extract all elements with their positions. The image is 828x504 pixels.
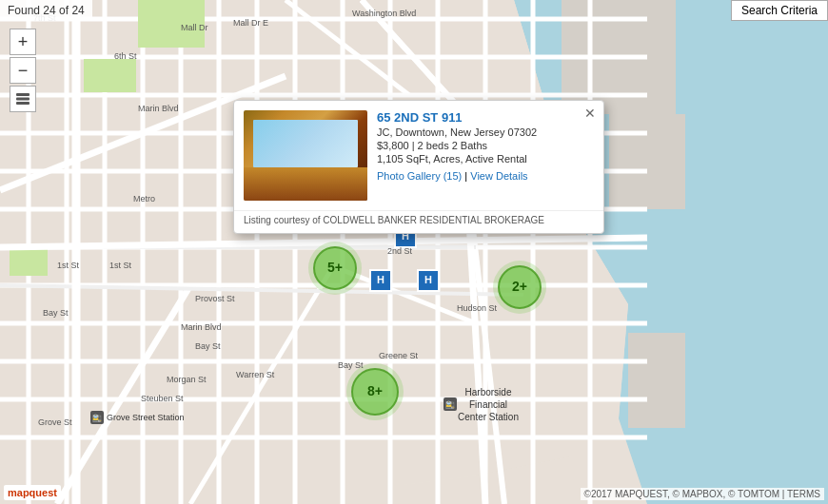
popup-price: $3,800 | 2 beds 2 Baths [377, 140, 594, 151]
search-criteria-button[interactable]: Search Criteria [731, 0, 828, 21]
station-icon: 🚉 [90, 411, 104, 424]
svg-rect-0 [16, 102, 30, 105]
mapquest-logo: mapquest [4, 485, 61, 500]
popup-property-image [244, 110, 367, 201]
popup-details: 65 2ND ST 911 JC, Downtown, New Jersey 0… [377, 110, 594, 201]
zoom-controls: + − [10, 29, 36, 84]
layers-icon [14, 90, 31, 107]
harborside-icon: 🚉 [444, 397, 457, 411]
grove-street-station: 🚉 Grove Street Station [90, 411, 185, 424]
photo-gallery-link[interactable]: Photo Gallery (15) [377, 170, 462, 182]
popup-courtesy: Listing courtesy of COLDWELL BANKER RESI… [234, 210, 603, 233]
svg-rect-1 [16, 98, 30, 101]
results-count: Found 24 of 24 [8, 4, 85, 17]
map-container: Found 24 of 24 Search Criteria + − ✕ 65 … [0, 0, 828, 504]
zoom-in-button[interactable]: + [10, 29, 36, 55]
popup-close-button[interactable]: ✕ [584, 107, 596, 120]
popup-address: JC, Downtown, New Jersey 07302 [377, 126, 594, 138]
popup-links: Photo Gallery (15) | View Details [377, 170, 594, 182]
view-details-link[interactable]: View Details [470, 170, 527, 182]
map-attribution: ©2017 MAPQUEST, © MAPBOX, © TOMTOM | TER… [581, 488, 824, 500]
property-popup: ✕ 65 2ND ST 911 JC, Downtown, New Jersey… [233, 100, 604, 234]
zoom-out-button[interactable]: − [10, 57, 36, 84]
popup-property-title: 65 2ND ST 911 [377, 110, 594, 125]
popup-size: 1,105 SqFt, Acres, Active Rental [377, 153, 594, 165]
layer-control-button[interactable] [10, 86, 36, 112]
station-icon-2: 🚉 [444, 397, 457, 411]
svg-rect-2 [16, 93, 30, 96]
results-count-bar: Found 24 of 24 [0, 0, 92, 21]
